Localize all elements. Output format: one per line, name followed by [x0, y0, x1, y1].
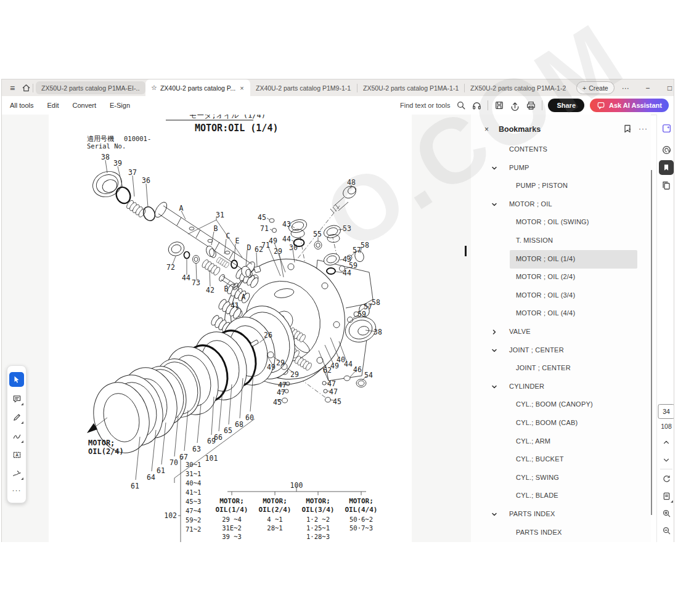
bookmark-item[interactable]: CYLINDER — [471, 379, 651, 394]
ai-chat-icon — [597, 101, 605, 110]
bookmark-item[interactable]: CYL.; BOOM (CAB) — [471, 416, 651, 431]
tab-overflow-button[interactable]: ··· — [615, 79, 637, 96]
bookmark-item[interactable]: MOTOR ; OIL (2/4) — [471, 270, 651, 285]
menu-esign[interactable]: E-Sign — [103, 102, 137, 109]
part-label: 49 — [267, 363, 276, 371]
part-label: 71 — [261, 241, 270, 249]
search-icon[interactable] — [455, 100, 466, 111]
bookmarks-panel-icon-active[interactable] — [659, 160, 674, 175]
part-label: 101 — [205, 454, 218, 463]
chevron-down-icon[interactable] — [491, 347, 497, 354]
part-label: 64 — [147, 473, 155, 482]
acrobat-window: ≡ ZX50U-2 parts catalog P1MA-EI-... ☆ ZX… — [1, 79, 674, 542]
bookmark-item[interactable]: CONTENTS — [471, 142, 651, 157]
next-page-icon[interactable] — [659, 453, 674, 468]
part-label: D — [247, 243, 251, 252]
print-icon[interactable] — [526, 100, 536, 111]
part-label: 38 — [101, 153, 110, 161]
bookmark-item[interactable]: JOINT ; CENTER — [471, 343, 651, 358]
zoom-in-icon[interactable] — [659, 506, 674, 521]
maximize-button[interactable]: □ — [659, 79, 674, 96]
bookmark-item[interactable]: PUMP ; PISTON — [471, 179, 651, 193]
part-label: 58 — [361, 241, 369, 249]
tab-document-2-active[interactable]: ☆ ZX40U-2 parts catalog P... × — [145, 79, 250, 96]
bookmark-item[interactable]: T. MISSION — [471, 233, 651, 248]
draw-tool-button[interactable] — [9, 429, 24, 444]
bookmark-item[interactable]: CYL.; BLADE — [471, 488, 651, 503]
bookmark-item[interactable]: MOTOR ; OIL (4/4) — [471, 306, 651, 321]
part-label: 59~2 — [186, 516, 201, 524]
bookmark-item[interactable]: CYL.; BOOM (CANOPY) — [471, 397, 651, 412]
highlight-tool-button[interactable] — [9, 410, 24, 424]
part-label: 70 — [170, 458, 178, 467]
part-label: A — [242, 293, 246, 301]
chevron-right-icon[interactable] — [491, 329, 497, 335]
rotate-page-icon[interactable] — [659, 471, 674, 486]
part-label: 39 — [113, 159, 122, 168]
attachments-panel-icon[interactable] — [659, 178, 674, 193]
save-icon[interactable] — [494, 100, 504, 111]
ask-ai-assistant-button[interactable]: Ask AI Assistant — [590, 99, 669, 112]
chevron-down-icon[interactable] — [491, 165, 497, 171]
part-label: 47 — [329, 387, 338, 396]
bookmark-item[interactable]: PARTS INDEX — [471, 507, 651, 522]
tab-document-4[interactable]: ZX50U-2 parts catalog P1MA-1-1... — [357, 79, 464, 96]
bookmark-item[interactable]: CYL.; SWING — [471, 471, 651, 485]
part-label: 41~1 — [186, 488, 201, 496]
part-label: 29 ~4 — [222, 516, 242, 523]
chevron-down-icon[interactable] — [491, 201, 497, 208]
parts-diagram: モータ;オイル (1/4) MOTOR:OIL (1/4) 適用号機 01000… — [49, 115, 412, 542]
bookmark-item[interactable]: PARTS INDEX — [471, 525, 651, 540]
page-number-input[interactable]: 34 — [658, 404, 675, 419]
page-scrollbar-thumb[interactable] — [465, 246, 467, 256]
text-box-tool-button[interactable]: A — [9, 447, 24, 462]
comments-panel-icon[interactable] — [659, 142, 674, 157]
bookmark-item[interactable]: CYL.; ARM — [471, 434, 651, 449]
chevron-down-icon[interactable] — [491, 384, 497, 390]
zoom-out-icon[interactable] — [659, 523, 674, 538]
minimize-button[interactable]: − — [637, 79, 659, 96]
comment-tool-button[interactable] — [9, 391, 24, 406]
part-label: 1·25~1 — [306, 524, 330, 532]
part-label: 100 — [290, 481, 303, 490]
find-label[interactable]: Find text or tools — [400, 102, 450, 109]
previous-page-icon[interactable] — [659, 435, 674, 450]
bookmark-item[interactable]: JOINT ; CENTER — [471, 361, 651, 376]
hamburger-menu-icon[interactable]: ≡ — [6, 81, 19, 95]
ref-motor-oil-2-4-line1: MOTOR; — [88, 439, 115, 447]
share-file-icon[interactable] — [510, 100, 520, 111]
quantity-table: 10230~131~140~441~145~347~459~271~2100MO… — [164, 461, 377, 540]
tab-document-3[interactable]: ZX40U-2 parts catalog P1M9-1-1... — [250, 79, 357, 96]
tab-document-1[interactable]: ZX50U-2 parts catalog P1MA-EI-... — [36, 81, 145, 94]
chevron-down-icon[interactable] — [491, 511, 497, 517]
pdf-page[interactable]: モータ;オイル (1/4) MOTOR:OIL (1/4) 適用号機 01000… — [49, 115, 412, 542]
page-view-icon[interactable] — [659, 488, 674, 503]
sign-tool-button[interactable] — [9, 466, 24, 480]
palette-more-button[interactable]: ··· — [9, 483, 24, 498]
right-rail: 34 108 — [656, 115, 674, 542]
menu-edit[interactable]: Edit — [41, 102, 66, 109]
page-total-label: 108 — [661, 423, 672, 430]
create-button[interactable]: + Create — [576, 81, 615, 94]
bookmark-item[interactable]: MOTOR ; OIL (1/4) — [471, 252, 651, 267]
bookmark-item[interactable]: MOTOR ; OIL (SWING) — [471, 215, 651, 230]
bookmark-item[interactable]: CYL.; BUCKET — [471, 452, 651, 467]
read-aloud-icon[interactable] — [472, 100, 482, 111]
menu-convert[interactable]: Convert — [66, 102, 104, 109]
tab-document-5[interactable]: ZX50U-2 parts catalog P1MA-1-2... — [465, 79, 571, 96]
select-tool-button[interactable] — [9, 372, 24, 387]
share-button[interactable]: Share — [548, 99, 584, 112]
bookmarks-scrollbar-thumb[interactable] — [651, 170, 652, 515]
home-icon[interactable] — [19, 81, 33, 95]
tab-close-icon[interactable]: × — [240, 84, 243, 92]
bookmark-item[interactable]: MOTOR ; OIL — [471, 197, 651, 212]
part-label: 47 — [327, 379, 336, 388]
menu-all-tools[interactable]: All tools — [3, 102, 41, 109]
bookmark-item[interactable]: MOTOR ; OIL (3/4) — [471, 288, 651, 303]
bookmark-item[interactable]: PUMP — [471, 161, 651, 176]
svg-text:A: A — [15, 452, 18, 456]
bookmark-item[interactable]: VALVE — [471, 325, 651, 339]
ai-assistant-panel-icon[interactable] — [659, 121, 674, 136]
star-icon[interactable]: ☆ — [151, 84, 157, 92]
quick-tools-palette: A ··· — [7, 365, 27, 503]
